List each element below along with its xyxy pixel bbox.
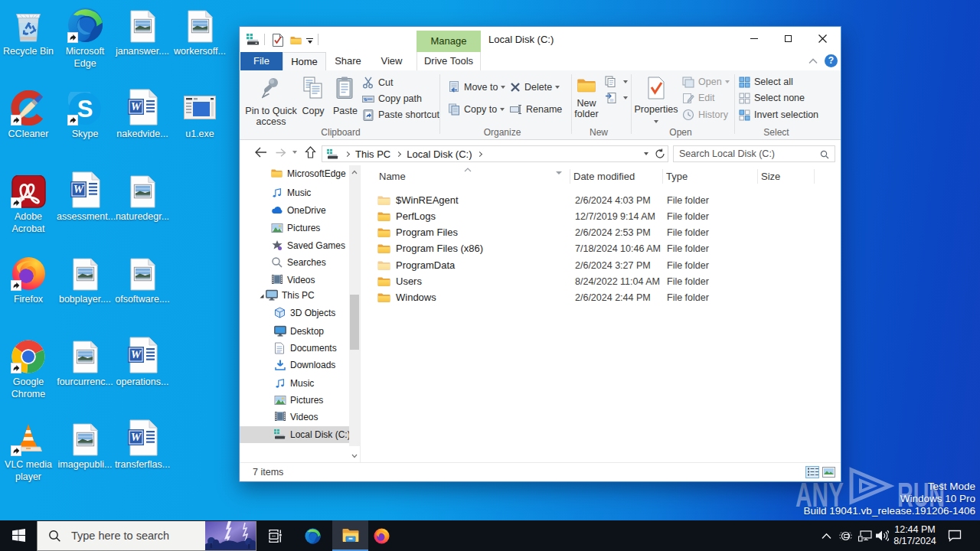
svg-text:S: S: [77, 96, 93, 122]
